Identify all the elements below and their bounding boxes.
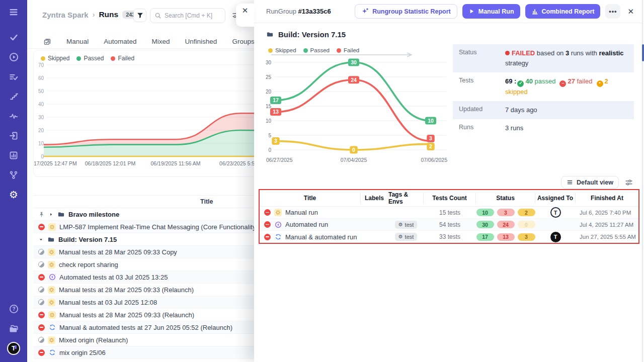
tests-count: 33 tests: [424, 233, 476, 240]
tag-chip[interactable]: ⚙test: [395, 233, 418, 241]
skip-circle-icon: •: [597, 80, 603, 87]
manual-run-icon: [48, 299, 55, 306]
filter-button[interactable]: [133, 9, 146, 22]
search-box[interactable]: [150, 8, 225, 23]
select-all-icon[interactable]: [43, 38, 51, 46]
import-icon[interactable]: [0, 126, 27, 145]
drawer-side-close-button[interactable]: ✕: [236, 4, 254, 27]
runs-check-icon[interactable]: [0, 28, 27, 47]
scrollbar-thumb[interactable]: [642, 44, 644, 61]
column-header-labels[interactable]: Labels: [361, 193, 388, 204]
info-value: 7 days ago: [505, 105, 628, 115]
bar-chart-icon: [531, 8, 538, 15]
svg-text:30: 30: [266, 60, 272, 65]
svg-text:06/18/2025 12:01 PM: 06/18/2025 12:01 PM: [85, 160, 135, 166]
funnel-icon: [136, 12, 144, 19]
svg-text:0: 0: [41, 154, 44, 159]
tag-chip[interactable]: ⚙test: [395, 221, 418, 229]
table-row[interactable]: Manual run15 tests1032TJul 6, 2025 7:40 …: [260, 207, 638, 219]
steps-icon[interactable]: [0, 86, 27, 106]
projects-folder-icon[interactable]: [0, 319, 27, 338]
rungroup-statistic-report-button[interactable]: Rungroup Statistic Report: [355, 4, 457, 19]
column-header-status[interactable]: Status: [476, 193, 535, 204]
column-header-finished-at[interactable]: Finished At: [576, 193, 638, 204]
column-header-assigned-to[interactable]: Assigned To: [535, 193, 576, 204]
skipped-dot: [268, 48, 273, 53]
combined-report-button[interactable]: Combined Report: [525, 4, 601, 19]
svg-text:17: 17: [273, 97, 279, 103]
assignee-avatar[interactable]: T: [550, 232, 561, 242]
run-title: Manual & automated tests at 27 Jun 2025 …: [59, 324, 232, 331]
branch-icon[interactable]: [0, 165, 27, 185]
breadcrumb-project[interactable]: Zyntra Spark: [42, 11, 89, 19]
svg-text:30: 30: [38, 115, 44, 120]
play-circle-icon[interactable]: [0, 47, 27, 67]
table-row[interactable]: Manual & automated run⚙test33 tests17133…: [260, 231, 638, 243]
fail-count-pill: 13: [497, 233, 515, 241]
column-header-tags-envs[interactable]: Tags & Envs: [388, 193, 424, 204]
drawer-close-button[interactable]: ✕: [625, 7, 636, 16]
legend-skipped: Skipped: [48, 55, 69, 62]
rungroup-drawer: ✕ RunGroup #13a335c6 Rungroup Statistic …: [254, 0, 644, 362]
svg-text:07/06/2025: 07/06/2025: [421, 157, 447, 163]
in-progress-status-icon: [38, 249, 44, 255]
tab-unfinished[interactable]: Unfinished: [185, 38, 217, 45]
runs-table-highlighted: TitleLabelsTags & EnvsTests CountStatusA…: [259, 189, 639, 244]
gear-icon: ⚙: [398, 222, 403, 227]
manual-run-button[interactable]: Manual Run: [462, 4, 520, 19]
column-header-tests-count[interactable]: Tests Count: [424, 193, 476, 204]
column-header-title[interactable]: Title: [260, 193, 361, 204]
status-pills: 17133: [476, 233, 535, 241]
menu-icon[interactable]: [0, 2, 27, 22]
tab-mixed[interactable]: Mixed: [152, 38, 170, 45]
legend-failed: Failed: [344, 47, 359, 53]
info-value: 69 :✓40 passed–27 failed•2 skipped: [505, 76, 628, 97]
run-title: Manual run: [285, 209, 318, 216]
fail-count-pill: 3: [497, 209, 515, 216]
table-cell: Automated run: [260, 221, 361, 228]
info-label: Status: [459, 48, 505, 68]
search-icon: [154, 12, 162, 19]
default-view-button[interactable]: Default view: [561, 176, 619, 189]
mixed-run-icon: [48, 349, 56, 356]
tab-groups[interactable]: Groups: [232, 38, 254, 45]
breadcrumb-separator: ›: [93, 11, 95, 19]
table-row[interactable]: Automated run⚙test54 tests30240Jul 4, 20…: [260, 219, 638, 231]
close-icon: ✕: [627, 7, 634, 16]
legend-passed: Passed: [84, 55, 104, 62]
run-title: Manual tests at 28 Mar 2025 09:33 (Relau…: [59, 311, 194, 319]
more-actions-button[interactable]: •••: [605, 4, 620, 19]
sliders-icon[interactable]: [625, 178, 633, 187]
reports-icon[interactable]: [0, 145, 27, 165]
skipped-dot: [41, 56, 45, 61]
failed-dot: [337, 48, 341, 53]
svg-text:5: 5: [268, 133, 271, 138]
help-icon[interactable]: ?: [0, 299, 27, 319]
failed-status-icon: [264, 234, 271, 240]
tab-automated[interactable]: Automated: [104, 38, 136, 45]
settings-gear-icon[interactable]: ⚙: [0, 185, 27, 204]
svg-text:60: 60: [38, 75, 44, 81]
pulse-icon[interactable]: [0, 106, 27, 126]
chevron-right-icon[interactable]: [48, 212, 54, 217]
play-icon: [468, 8, 475, 15]
chevron-down-icon[interactable]: [38, 237, 44, 242]
milestone-title: Build: Version 7.15: [58, 236, 117, 243]
mixed-run-icon: [274, 233, 282, 241]
run-title: Manual tests at 28 Mar 2025 09:33 (Relau…: [59, 286, 194, 294]
svg-text:20: 20: [266, 89, 272, 95]
list-icon: [567, 179, 573, 186]
svg-text:?: ?: [12, 306, 15, 312]
rungroup-chart: Skipped Passed Failed 051015202530302173…: [261, 47, 450, 173]
search-input[interactable]: [165, 12, 220, 19]
tab-manual[interactable]: Manual: [66, 38, 89, 45]
app-window: ⚙ ? T Zyntra Spark › Runs 243 Manual Aut…: [0, 0, 644, 362]
user-avatar[interactable]: T: [0, 338, 27, 358]
assignee-avatar[interactable]: T: [550, 207, 561, 218]
svg-text:20: 20: [38, 128, 44, 133]
table-cell: T: [535, 232, 576, 242]
drawer-title-label: RunGroup #13a335c6: [266, 8, 331, 15]
window-scrollbar[interactable]: [642, 0, 644, 362]
failed-status-icon: [38, 324, 45, 331]
test-plan-icon[interactable]: [0, 67, 27, 86]
